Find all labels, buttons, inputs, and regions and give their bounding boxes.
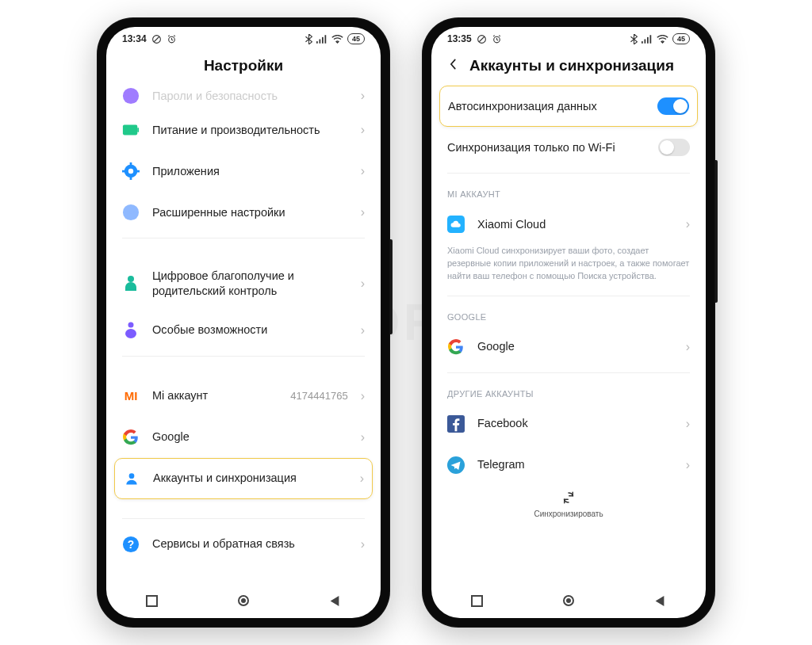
facebook-logo-icon [447,415,465,433]
nav-back-button[interactable] [653,593,667,608]
svg-rect-28 [147,596,157,606]
section-google: GOOGLE [431,301,706,326]
svg-line-32 [479,36,485,42]
screen-right: 13:35 45 Аккаунты и синхронизация Автоси… [431,27,706,618]
nav-back-button[interactable] [327,593,342,608]
settings-item-label: Питание и производительность [152,123,348,138]
settings-item-label: Аккаунты и синхронизация [153,471,347,486]
svg-point-23 [128,322,134,327]
chevron-right-icon: › [361,205,365,219]
do-not-disturb-icon [151,34,162,44]
chevron-right-icon: › [361,277,365,291]
bluetooth-icon [630,34,638,44]
settings-item-passwords[interactable]: Пароли и безопасность › [106,86,381,109]
settings-item-label: Приложения [152,164,348,179]
alarm-icon [492,34,502,44]
settings-item-label: Mi аккаунт [152,388,278,403]
svg-rect-41 [472,596,482,606]
sync-icon [561,490,576,505]
sync-now-button[interactable]: Синхронизировать [431,486,706,518]
settings-header: Настройки [106,51,381,86]
screen-left: 13:34 45 Настройки Пароли и безопасность… [106,27,381,618]
google-logo-icon [122,429,140,446]
svg-rect-6 [324,35,326,44]
gear-icon [122,162,140,180]
toggle-wifi-only[interactable]: Синхронизация только по Wi-Fi [431,127,706,168]
item-xiaomi-cloud[interactable]: Xiaomi Cloud › [431,204,706,245]
chevron-right-icon: › [360,471,364,486]
chevron-right-icon: › [361,389,365,403]
svg-point-22 [128,276,134,282]
divider [122,356,365,357]
svg-point-13 [128,169,133,174]
accessibility-icon [122,322,140,339]
nav-home-button[interactable] [236,593,251,608]
toggle-switch[interactable] [658,139,690,156]
divider [447,173,690,174]
settings-item-wellbeing[interactable]: Цифровое благополучие и родительский кон… [106,258,381,310]
item-label: Telegram [477,457,673,472]
toggle-switch[interactable] [657,97,689,115]
svg-rect-10 [123,125,137,135]
wellbeing-icon [122,275,140,292]
back-button[interactable] [447,59,458,73]
status-time: 13:35 [447,33,472,44]
settings-item-google[interactable]: Google › [106,417,381,458]
signal-icon [642,35,653,44]
chevron-right-icon: › [686,458,690,472]
chevron-right-icon: › [361,430,365,445]
signal-icon [316,35,327,44]
divider [122,238,365,239]
nav-recent-button[interactable] [470,593,485,608]
svg-point-30 [241,598,246,603]
chevron-right-icon: › [361,123,365,137]
battery-icon [122,121,140,139]
google-logo-icon [447,338,465,356]
svg-text:?: ? [128,538,134,550]
status-time: 13:34 [122,33,147,44]
accounts-header: Аккаунты и синхронизация [431,51,706,86]
svg-point-20 [130,212,132,214]
toggle-label: Синхронизация только по Wi-Fi [447,140,645,155]
accounts-content[interactable]: Автосинхронизация данных Синхронизация т… [431,86,706,583]
svg-rect-11 [137,128,139,132]
alarm-icon [167,34,177,44]
chevron-right-icon: › [686,417,690,431]
help-icon: ? [122,536,140,553]
telegram-logo-icon [447,456,465,474]
item-telegram-account[interactable]: Telegram › [431,445,706,486]
section-other-accounts: ДРУГИЕ АККАУНТЫ [431,378,706,403]
phone-frame-left: 13:34 45 Настройки Пароли и безопасность… [97,17,390,628]
phone-frame-right: 13:35 45 Аккаунты и синхронизация Автоси… [422,17,715,628]
svg-rect-35 [644,39,645,43]
toggle-label: Автосинхронизация данных [448,99,645,114]
chevron-right-icon: › [361,537,365,551]
settings-item-accounts-sync[interactable]: Аккаунты и синхронизация › [114,458,373,499]
svg-line-1 [154,36,159,42]
svg-rect-5 [322,36,324,43]
svg-point-24 [125,329,136,338]
settings-item-advanced[interactable]: Расширенные настройки › [106,192,381,233]
svg-rect-34 [642,41,643,44]
section-mi-account: MI АККАУНТ [431,178,706,204]
settings-list[interactable]: Пароли и безопасность › Питание и произв… [106,86,381,583]
cloud-icon [447,216,465,233]
item-label: Facebook [477,416,673,431]
nav-home-button[interactable] [561,593,576,608]
wifi-icon [331,35,343,44]
status-bar: 13:34 45 [106,27,381,51]
settings-item-power[interactable]: Питание и производительность › [106,109,381,151]
settings-item-apps[interactable]: Приложения › [106,151,381,192]
nav-recent-button[interactable] [145,593,159,608]
divider [447,296,690,296]
settings-item-accessibility[interactable]: Особые возможности › [106,310,381,351]
item-google-account[interactable]: Google › [431,326,706,368]
more-icon [122,204,140,221]
svg-point-43 [566,598,571,603]
settings-item-mi-account[interactable]: MI Mi аккаунт 4174441765 › [106,376,381,417]
toggle-autosync[interactable]: Автосинхронизация данных [439,86,698,127]
settings-item-feedback[interactable]: ? Сервисы и обратная связь › [106,524,381,565]
settings-item-label: Google [152,429,348,445]
chevron-right-icon: › [686,340,690,354]
item-facebook-account[interactable]: Facebook › [431,403,706,445]
